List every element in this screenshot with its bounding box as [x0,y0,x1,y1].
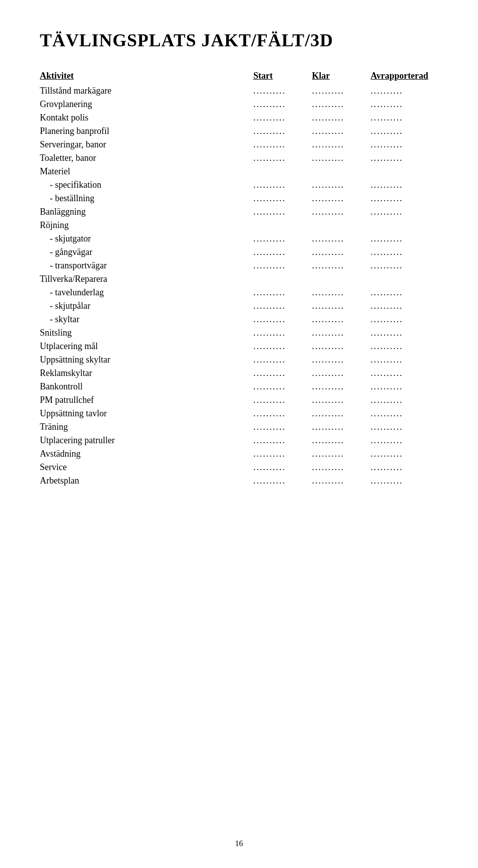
col-header-start: Start [253,71,312,84]
avrapporterad-dots [370,272,438,286]
table-row: Tillverka/Reparera [40,272,438,286]
klar-dots: .......... [312,138,371,151]
activity-label: Grovplanering [40,98,253,111]
start-dots: .......... [253,138,312,151]
activity-label: Materiel [40,165,253,178]
start-dots: .......... [253,353,312,367]
page-title: TÄVLINGSPLATS JAKT/FÄLT/3D [40,30,438,51]
avrapporterad-dots: .......... [370,246,438,259]
activity-label: - skyltar [40,313,253,326]
table-row: Planering banprofil.....................… [40,124,438,138]
avrapporterad-dots: .......... [370,192,438,205]
activity-label: Uppsättning tavlor [40,407,253,420]
klar-dots: .......... [312,246,371,259]
table-row: Uppsättning skyltar.....................… [40,353,438,367]
activity-label: Service [40,461,253,474]
start-dots: .......... [253,192,312,205]
klar-dots: .......... [312,461,371,474]
activity-label: Planering banprofil [40,124,253,138]
table-row: Utplacering patruller...................… [40,434,438,447]
start-dots: .......... [253,474,312,488]
avrapporterad-dots: .......... [370,299,438,313]
avrapporterad-dots: .......... [370,461,438,474]
activity-label: Reklamskyltar [40,367,253,380]
table-row: - beställning...........................… [40,192,438,205]
start-dots: .......... [253,84,312,98]
table-row: Utplacering mål.........................… [40,340,438,353]
avrapporterad-dots [370,165,438,178]
start-dots [253,165,312,178]
avrapporterad-dots: .......... [370,111,438,124]
start-dots: .......... [253,407,312,420]
klar-dots: .......... [312,259,371,272]
klar-dots [312,272,371,286]
activity-label: Kontakt polis [40,111,253,124]
start-dots: .......... [253,151,312,165]
activity-label: Banläggning [40,205,253,219]
klar-dots: .......... [312,420,371,434]
avrapporterad-dots: .......... [370,178,438,192]
start-dots: .......... [253,232,312,246]
activity-label: Uppsättning skyltar [40,353,253,367]
start-dots: .......... [253,367,312,380]
avrapporterad-dots: .......... [370,474,438,488]
avrapporterad-dots: .......... [370,259,438,272]
table-row: PM patrullchef..........................… [40,393,438,407]
klar-dots: .......... [312,434,371,447]
klar-dots: .......... [312,111,371,124]
klar-dots: .......... [312,98,371,111]
klar-dots [312,219,371,232]
start-dots: .......... [253,299,312,313]
activities-table: Aktivitet Start Klar Avrapporterad Tills… [40,71,438,488]
klar-dots: .......... [312,286,371,299]
activity-label: - skjutgator [40,232,253,246]
klar-dots: .......... [312,380,371,393]
start-dots: .......... [253,98,312,111]
table-row: Materiel [40,165,438,178]
activity-label: Bankontroll [40,380,253,393]
klar-dots: .......... [312,407,371,420]
table-row: Träning.............................. [40,420,438,434]
avrapporterad-dots: .......... [370,340,438,353]
start-dots: .......... [253,447,312,461]
activity-label: Serveringar, banor [40,138,253,151]
start-dots: .......... [253,326,312,340]
activity-label: Snitsling [40,326,253,340]
start-dots: .......... [253,246,312,259]
klar-dots [312,165,371,178]
table-row: Grovplanering...........................… [40,98,438,111]
activity-label: Tillstånd markägare [40,84,253,98]
avrapporterad-dots: .......... [370,124,438,138]
table-row: Banläggning.............................… [40,205,438,219]
table-row: - skjutpålar............................… [40,299,438,313]
activity-label: Röjning [40,219,253,232]
start-dots [253,272,312,286]
table-row: Arbetsplan.............................. [40,474,438,488]
avrapporterad-dots: .......... [370,447,438,461]
col-header-avrapporterad: Avrapporterad [370,71,438,84]
col-header-activity: Aktivitet [40,71,253,84]
klar-dots: .......... [312,313,371,326]
avrapporterad-dots: .......... [370,232,438,246]
activity-label: - specifikation [40,178,253,192]
avrapporterad-dots: .......... [370,205,438,219]
avrapporterad-dots: .......... [370,326,438,340]
table-row: Avstädning.............................. [40,447,438,461]
table-row: - gångvägar.............................… [40,246,438,259]
klar-dots: .......... [312,299,371,313]
klar-dots: .......... [312,326,371,340]
table-row: Tillstånd markägare.....................… [40,84,438,98]
klar-dots: .......... [312,84,371,98]
avrapporterad-dots: .......... [370,367,438,380]
activity-label: Tillverka/Reparera [40,272,253,286]
activity-label: PM patrullchef [40,393,253,407]
avrapporterad-dots: .......... [370,407,438,420]
table-row: Snitsling.............................. [40,326,438,340]
activity-label: - tavelunderlag [40,286,253,299]
activity-label: Träning [40,420,253,434]
start-dots: .......... [253,393,312,407]
avrapporterad-dots: .......... [370,393,438,407]
klar-dots: .......... [312,474,371,488]
start-dots: .......... [253,461,312,474]
klar-dots: .......... [312,367,371,380]
